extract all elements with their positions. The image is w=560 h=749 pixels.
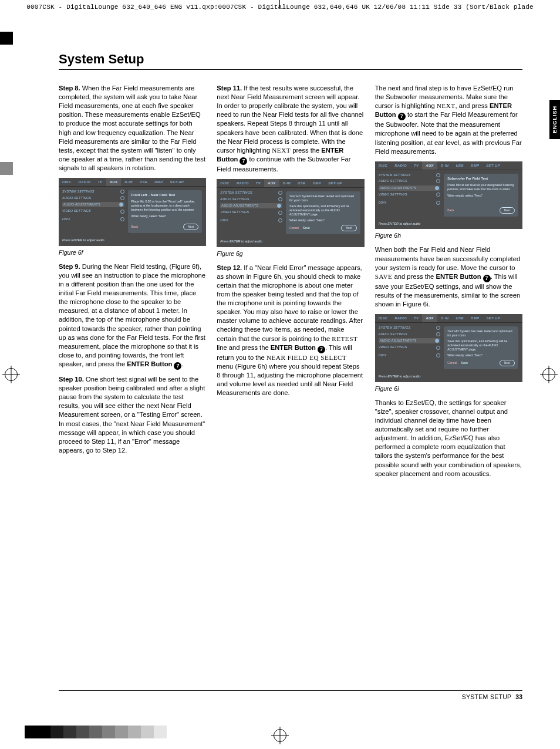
column-1: Step 8. When the Far Field measurements … — [59, 84, 206, 484]
registration-mark — [542, 368, 555, 381]
figure-6f-caption: Figure 6f — [59, 248, 206, 257]
step-9: Step 9. During the Near Field testing, (… — [59, 262, 206, 370]
crop-mark — [279, 0, 280, 8]
step-10: Step 10. One short test signal will be s… — [59, 375, 206, 455]
save-paragraph: When both the Far Field and Near Field m… — [375, 245, 522, 309]
language-tab: ENGLISH — [549, 100, 560, 139]
print-mark — [0, 162, 13, 175]
subwoofer-paragraph: The next and final step is to have EzSet… — [375, 84, 522, 156]
column-2: Step 11. If the test results were succes… — [217, 84, 364, 484]
enter-button-icon: 7 — [483, 275, 491, 282]
osd-tabs: DISCRADIOTVAUXD-INUSBDMPSET-UP — [59, 178, 206, 187]
figure-6g-caption: Figure 6g — [217, 249, 364, 258]
enter-button-icon: 7 — [239, 157, 247, 165]
enter-button-icon: 7 — [174, 362, 181, 370]
figure-6h-osd: DISCRADIOTVAUXD-INUSBDMPSET-UP SYSTEM SE… — [375, 161, 522, 230]
enter-button-icon: 7 — [318, 346, 325, 353]
registration-mark — [5, 368, 18, 381]
page-content: System Setup Step 8. When the Far Field … — [59, 52, 522, 484]
step-12: Step 12. If a "Near Field Error" message… — [217, 264, 364, 398]
print-header: 0007CSK - DigitalLounge 632_640_646 ENG … — [0, 4, 560, 11]
figure-6i-osd: DISCRADIOTVAUXD-INUSBDMPSET-UP SYSTEM SE… — [375, 314, 522, 382]
grayscale-strip — [25, 726, 167, 738]
enter-button-icon: 7 — [398, 113, 406, 120]
column-3: The next and final step is to have EzSet… — [375, 84, 522, 484]
columns: Step 8. When the Far Field measurements … — [59, 84, 522, 484]
step-8: Step 8. When the Far Field measurements … — [59, 84, 206, 173]
figure-6i-caption: Figure 6i — [375, 384, 522, 393]
print-mark — [0, 32, 13, 45]
page-footer: SYSTEM SETUP 33 — [59, 690, 522, 700]
figure-6h-caption: Figure 6h — [375, 231, 522, 239]
page-title: System Setup — [59, 52, 522, 70]
summary-paragraph: Thanks to EzSet/EQ, the settings for spe… — [375, 399, 522, 478]
figure-6g-osd: DISCRADIOTVAUXD-INUSBDMPSET-UP SYSTEM SE… — [217, 179, 364, 247]
registration-mark — [274, 729, 286, 742]
figure-6f-osd: DISCRADIOTVAUXD-INUSBDMPSET-UP SYSTEM SE… — [59, 178, 206, 246]
step-11: Step 11. If the test results were succes… — [217, 84, 364, 174]
